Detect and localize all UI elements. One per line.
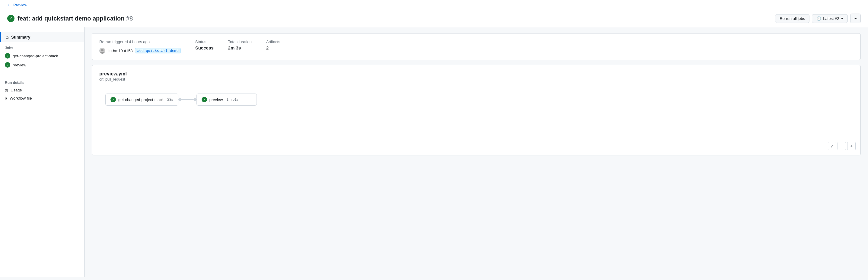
zoom-fit-button[interactable]: ⤢ [828,142,836,150]
workflow-job-1[interactable]: ✓ get-changed-project-stack 23s [105,94,178,105]
back-arrow-icon: ← [7,2,11,7]
back-label: Preview [13,3,27,7]
branch-badge[interactable]: add-quickstart-demo [135,48,181,53]
page-header: ✓ feat: add quickstart demo application … [0,10,868,27]
workflow-job-2-duration: 1m 51s [226,97,238,102]
workflow-job-1-duration: 23s [167,97,173,102]
workflow-card: preview.yml on: pull_request ✓ get-chang… [92,65,861,155]
workflow-file-label: Workflow file [10,96,32,100]
zoom-controls: ⤢ − + [828,142,856,150]
latest-dropdown-button[interactable]: 🕐 Latest #2 ▾ [812,14,848,23]
job-success-icon-1: ✓ [5,53,10,59]
workflow-diagram: ✓ get-changed-project-stack 23s ✓ previe… [105,94,853,105]
connector-dot-right [193,98,196,101]
duration-value: 2m 3s [228,45,252,51]
artifacts-label: Artifacts [266,39,280,44]
run-number: #8 [126,15,133,22]
run-details-section-label: Run details [0,77,84,86]
status-success-icon: ✓ [7,15,14,22]
trigger-group: Re-run triggered 4 hours ago liu-hm19 [99,39,181,54]
more-options-button[interactable]: ··· [850,13,861,23]
chevron-down-icon: ▾ [841,16,843,21]
connector [178,98,196,101]
job-check-icon-1: ✓ [111,97,116,102]
sidebar-item-summary[interactable]: ⌂ Summary [0,32,84,42]
clock-icon: 🕐 [816,16,821,21]
clock-usage-icon: ◷ [5,88,8,92]
workflow-job-2[interactable]: ✓ preview 1m 51s [196,94,257,105]
content-area: Re-run triggered 4 hours ago liu-hm19 [85,27,868,277]
header-actions: Re-run all jobs 🕐 Latest #2 ▾ ··· [775,13,861,23]
workflow-job-2-name: preview [210,97,223,102]
job-check-icon-2: ✓ [202,97,207,102]
home-icon: ⌂ [6,34,9,40]
title-area: ✓ feat: add quickstart demo application … [7,15,133,22]
artifacts-value: 2 [266,45,280,51]
job-name-2: preview [13,63,26,67]
main-layout: ⌂ Summary Jobs ✓ get-changed-project-sta… [0,27,868,277]
job-success-icon-2: ✓ [5,62,10,68]
info-card: Re-run triggered 4 hours ago liu-hm19 [92,33,861,60]
jobs-section-label: Jobs [0,42,84,51]
zoom-out-button[interactable]: − [838,142,846,150]
zoom-in-button[interactable]: + [847,142,856,150]
status-label: Status [195,39,214,44]
status-value: Success [195,45,214,51]
sidebar: ⌂ Summary Jobs ✓ get-changed-project-sta… [0,27,85,277]
rerun-all-jobs-button[interactable]: Re-run all jobs [775,14,809,23]
info-bar: Re-run triggered 4 hours ago liu-hm19 [99,39,853,54]
sidebar-job-preview[interactable]: ✓ preview [0,60,84,69]
job-name-1: get-changed-project-stack [13,54,58,58]
avatar [99,48,105,54]
back-link[interactable]: ← Preview [7,2,27,7]
sidebar-item-usage[interactable]: ◷ Usage [0,86,84,94]
commit-user: liu-hm19 #158 [108,49,132,53]
top-bar: ← Preview [0,0,868,10]
artifacts-group: Artifacts 2 [266,39,280,51]
workflow-job-1-name: get-changed-project-stack [118,97,163,102]
workflow-filename: preview.yml [99,71,853,76]
sidebar-summary-label: Summary [11,35,30,39]
duration-label: Total duration [228,39,252,44]
sidebar-divider [0,73,84,73]
usage-label: Usage [10,88,22,92]
sidebar-job-get-changed[interactable]: ✓ get-changed-project-stack [0,51,84,60]
workflow-trigger: on: pull_request [99,77,853,82]
page-title: feat: add quickstart demo application #8 [18,15,133,22]
connector-dot-left [178,98,181,101]
file-icon: ⎘ [5,96,7,100]
commit-row: liu-hm19 #158 add-quickstart-demo [99,48,181,54]
connector-line [181,99,193,100]
sidebar-item-workflow-file[interactable]: ⎘ Workflow file [0,94,84,102]
svg-point-1 [101,49,103,51]
trigger-text: Re-run triggered 4 hours ago [99,39,181,44]
status-group: Status Success [195,39,214,51]
duration-group: Total duration 2m 3s [228,39,252,51]
